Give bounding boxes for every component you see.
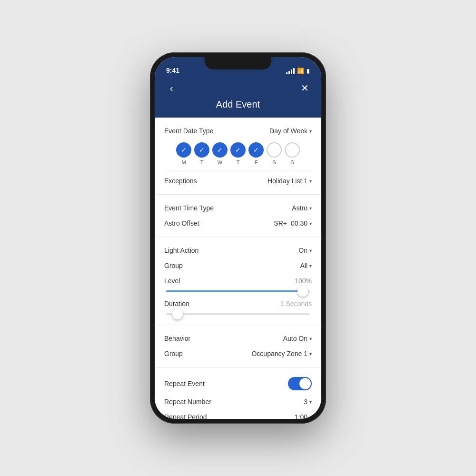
day-T2[interactable]: ✓ — [230, 142, 246, 158]
duration-value: 1 Seconds — [280, 300, 312, 307]
chevron-down-icon-light: ▾ — [309, 248, 312, 253]
chevron-down-icon-repeat-num: ▾ — [309, 399, 312, 405]
exceptions-label: Exceptions — [164, 177, 197, 185]
astro-offset-prefix: SR+ — [274, 219, 287, 227]
day-label-T2: T — [230, 159, 246, 165]
astro-offset-row: Astro Offset SR+ 00:30 ▾ — [164, 216, 312, 231]
behavior-group-label: Group — [164, 350, 183, 357]
event-time-type-row: Event Time Type Astro ▾ — [164, 200, 312, 216]
chevron-down-icon-repeat-period: ▾ — [309, 415, 312, 419]
duration-label: Duration — [164, 300, 189, 307]
behavior-row: Behavior Auto On ▾ — [164, 331, 312, 346]
behavior-group-value[interactable]: Occupancy Zone 1 ▾ — [251, 350, 312, 357]
duration-slider-thumb[interactable] — [172, 309, 183, 319]
event-date-type-row: Event Date Type Day of Week ▾ — [164, 123, 312, 139]
day-label-T1: T — [194, 159, 209, 165]
repeat-number-text: 3 — [304, 398, 307, 406]
exceptions-value[interactable]: Holiday List 1 ▾ — [268, 177, 312, 185]
behavior-group-row: Group Occupancy Zone 1 ▾ — [164, 346, 312, 361]
chevron-down-icon-exceptions: ▾ — [309, 178, 312, 184]
light-action-text: On — [298, 247, 307, 254]
repeat-period-text: 1:00 — [295, 413, 307, 419]
repeat-section: Repeat Event Repeat Number 3 ▾ Repeat — [155, 367, 321, 419]
day-W[interactable]: ✓ — [212, 142, 228, 158]
level-slider-container[interactable] — [164, 288, 312, 296]
light-action-section: Light Action On ▾ Group All ▾ — [155, 237, 321, 325]
status-icons: 📶 ▮ — [286, 68, 310, 74]
level-slider-track — [166, 290, 310, 292]
day-M[interactable]: ✓ — [176, 142, 191, 158]
level-row: Level 100% — [164, 273, 312, 288]
repeat-event-row: Repeat Event — [164, 373, 312, 394]
phone-frame: 9:41 📶 ▮ ‹ ✕ Add Ev — [150, 52, 326, 424]
light-group-value[interactable]: All ▾ — [300, 262, 312, 269]
phone-screen: 9:41 📶 ▮ ‹ ✕ Add Ev — [155, 57, 321, 419]
chevron-down-icon: ▾ — [309, 129, 312, 134]
event-date-section: Event Date Type Day of Week ▾ ✓ ✓ ✓ ✓ — [155, 118, 321, 195]
divider — [164, 171, 312, 171]
days-container: ✓ ✓ ✓ ✓ ✓ M T W T — [164, 139, 312, 169]
form-content: Event Date Type Day of Week ▾ ✓ ✓ ✓ ✓ — [155, 118, 321, 419]
battery-icon: ▮ — [307, 68, 310, 74]
repeat-period-value[interactable]: 1:00 ▾ — [295, 413, 312, 419]
duration-slider-track — [166, 313, 310, 315]
day-label-M: M — [176, 159, 191, 165]
repeat-number-row: Repeat Number 3 ▾ — [164, 394, 312, 409]
chevron-down-icon-behavior: ▾ — [309, 336, 312, 341]
chevron-down-icon-astro: ▾ — [309, 221, 312, 226]
toggle-thumb — [299, 378, 311, 389]
level-slider-thumb[interactable] — [298, 286, 308, 297]
event-time-type-text: Astro — [292, 204, 307, 212]
astro-offset-value[interactable]: SR+ 00:30 ▾ — [274, 219, 312, 227]
event-date-type-label: Event Date Type — [164, 127, 213, 135]
level-slider-fill — [166, 290, 303, 292]
close-button[interactable]: ✕ — [298, 81, 312, 95]
event-time-section: Event Time Type Astro ▾ Astro Offset SR+… — [155, 195, 321, 237]
notch — [205, 57, 271, 69]
level-value: 100% — [295, 277, 312, 285]
repeat-number-value[interactable]: 3 ▾ — [304, 398, 312, 406]
day-F[interactable]: ✓ — [248, 142, 264, 158]
light-group-label: Group — [164, 262, 183, 269]
day-labels: M T W T F S S — [164, 159, 312, 165]
day-S1[interactable] — [267, 142, 282, 158]
duration-slider-container[interactable] — [164, 311, 312, 319]
repeat-period-row: Repeat Period 1:00 ▾ — [164, 409, 312, 419]
level-label: Level — [164, 277, 180, 285]
repeat-period-label: Repeat Period — [164, 413, 207, 419]
astro-offset-label: Astro Offset — [164, 219, 199, 227]
behavior-label: Behavior — [164, 335, 190, 342]
page-title: Add Event — [164, 99, 312, 110]
day-label-S2: S — [285, 159, 300, 165]
wifi-icon: 📶 — [297, 68, 304, 74]
repeat-event-label: Repeat Event — [164, 380, 205, 387]
day-circles: ✓ ✓ ✓ ✓ ✓ — [164, 142, 312, 158]
event-time-type-label: Event Time Type — [164, 204, 214, 212]
light-action-row: Light Action On ▾ — [164, 243, 312, 258]
astro-offset-text: 00:30 — [291, 219, 307, 227]
light-action-label: Light Action — [164, 247, 198, 254]
exceptions-text: Holiday List 1 — [268, 177, 307, 185]
exceptions-row: Exceptions Holiday List 1 ▾ — [164, 173, 312, 188]
event-date-type-text: Day of Week — [269, 127, 307, 135]
event-time-type-value[interactable]: Astro ▾ — [292, 204, 312, 212]
behavior-section: Behavior Auto On ▾ Group Occupancy Zone … — [155, 325, 321, 367]
day-T1[interactable]: ✓ — [194, 142, 209, 158]
event-date-type-value[interactable]: Day of Week ▾ — [269, 127, 312, 135]
back-button[interactable]: ‹ — [164, 81, 178, 95]
light-action-value[interactable]: On ▾ — [298, 247, 312, 254]
day-S2[interactable] — [285, 142, 300, 158]
chevron-down-icon-time: ▾ — [309, 206, 312, 211]
behavior-value[interactable]: Auto On ▾ — [283, 335, 312, 342]
status-time: 9:41 — [166, 67, 179, 74]
screen: 9:41 📶 ▮ ‹ ✕ Add Ev — [155, 57, 321, 419]
repeat-number-label: Repeat Number — [164, 398, 211, 406]
repeat-event-toggle[interactable] — [288, 377, 312, 390]
day-label-F: F — [248, 159, 264, 165]
day-label-S1: S — [267, 159, 282, 165]
signal-icon — [286, 68, 295, 74]
chevron-down-icon-group: ▾ — [309, 263, 312, 268]
behavior-group-text: Occupancy Zone 1 — [251, 350, 307, 357]
day-label-W: W — [212, 159, 228, 165]
duration-row: Duration 1 Seconds — [164, 296, 312, 311]
